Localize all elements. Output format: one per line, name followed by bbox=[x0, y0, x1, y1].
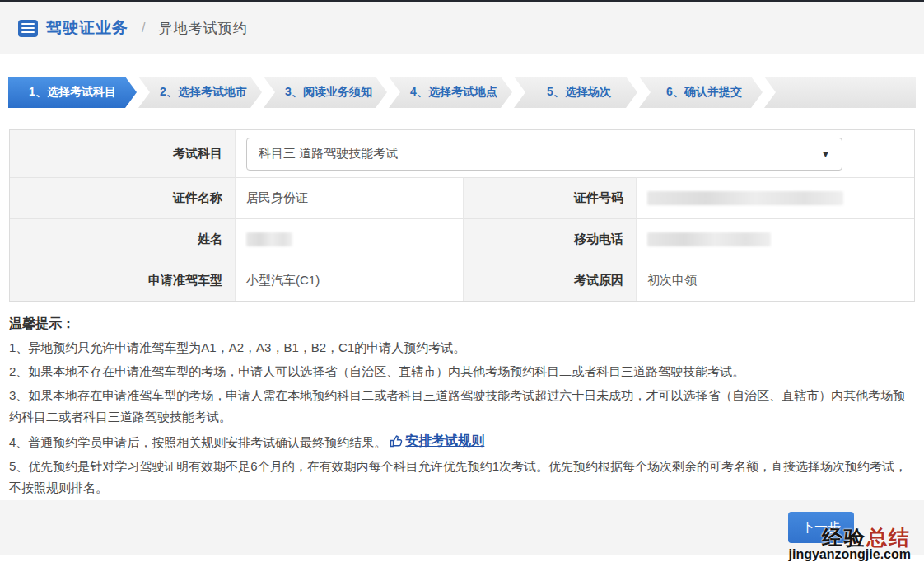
breadcrumb-current: 异地考试预约 bbox=[158, 19, 247, 38]
tab-step-6-confirm-submit[interactable]: 6、确认并提交 bbox=[639, 77, 763, 108]
tip-5: 5、优先预约是针对学习驾驶证明有效期不足6个月的，在有效期内每个科目允许优先预约… bbox=[9, 456, 915, 499]
exam-subject-selected-value: 科目三 道路驾驶技能考试 bbox=[259, 146, 398, 162]
redacted-name bbox=[246, 232, 292, 246]
id-number-label: 证件号码 bbox=[463, 177, 636, 218]
chevron-down-icon: ▼ bbox=[821, 149, 830, 159]
step-tabs: 1、选择考试科目 2、选择考试地市 3、阅读业务须知 4、选择考试地点 5、选择… bbox=[8, 77, 916, 108]
name-value bbox=[235, 218, 463, 260]
tips-section: 温馨提示： 1、异地预约只允许申请准驾车型为A1，A2，A3，B1，B2，C1的… bbox=[9, 313, 915, 499]
tip-2: 2、如果本地不存在申请准驾车型的考场，申请人可以选择省（自治区、直辖市）内其他考… bbox=[9, 361, 915, 382]
applicant-info-table: 考试科目 科目三 道路驾驶技能考试 ▼ 证件名称 居民身份证 证件号码 姓名 移… bbox=[9, 129, 915, 302]
exam-rules-link[interactable]: 安排考试规则 bbox=[390, 430, 484, 452]
exam-subject-label: 考试科目 bbox=[10, 130, 235, 177]
tip-3: 3、如果本地存在申请准驾车型的考场，申请人需在本地预约科目二或者科目三道路驾驶技… bbox=[9, 385, 915, 428]
tab-step-5-select-session[interactable]: 5、选择场次 bbox=[514, 77, 637, 108]
tab-step-2-select-city[interactable]: 2、选择考试地市 bbox=[138, 77, 262, 108]
id-type-label: 证件名称 bbox=[10, 177, 235, 218]
breadcrumb: 驾驶证业务 / 异地考试预约 bbox=[0, 2, 924, 54]
tip-4-text: 4、普通预约学员申请后，按照相关规则安排考试确认最终预约结果。 bbox=[9, 435, 386, 449]
id-number-value bbox=[636, 177, 914, 218]
exam-subject-select[interactable]: 科目三 道路驾驶技能考试 ▼ bbox=[246, 138, 842, 171]
tab-step-3-read-notice[interactable]: 3、阅读业务须知 bbox=[264, 77, 387, 108]
step-tabs-filler bbox=[764, 77, 916, 108]
tab-step-4-select-site[interactable]: 4、选择考试地点 bbox=[389, 77, 512, 108]
id-type-value: 居民身份证 bbox=[235, 177, 463, 218]
tip-1: 1、异地预约只允许申请准驾车型为A1，A2，A3，B1，B2，C1的申请人预约考… bbox=[9, 337, 915, 358]
mobile-value bbox=[636, 218, 914, 260]
tip-4: 4、普通预约学员申请后，按照相关规则安排考试确认最终预约结果。安排考试规则 bbox=[9, 430, 915, 453]
redacted-mobile bbox=[647, 232, 771, 246]
next-step-button[interactable]: 下一步 bbox=[788, 512, 854, 543]
tips-title: 温馨提示： bbox=[9, 313, 915, 335]
exam-subject-cell: 科目三 道路驾驶技能考试 ▼ bbox=[235, 130, 914, 177]
vehicle-type-label: 申请准驾车型 bbox=[10, 260, 235, 301]
footer-bar: 下一步 bbox=[0, 500, 924, 555]
redacted-id-number bbox=[647, 191, 843, 205]
breadcrumb-separator: / bbox=[142, 21, 145, 35]
list-icon bbox=[18, 20, 38, 37]
name-label: 姓名 bbox=[10, 218, 235, 260]
tab-step-1-select-subject[interactable]: 1、选择考试科目 bbox=[8, 77, 137, 108]
exam-reason-value: 初次申领 bbox=[636, 260, 914, 301]
mobile-label: 移动电话 bbox=[463, 218, 636, 260]
exam-rules-link-label: 安排考试规则 bbox=[405, 430, 484, 452]
thumbs-up-icon bbox=[390, 434, 404, 448]
breadcrumb-section[interactable]: 驾驶证业务 bbox=[46, 17, 128, 39]
vehicle-type-value: 小型汽车(C1) bbox=[235, 260, 463, 301]
exam-reason-label: 考试原因 bbox=[463, 260, 636, 301]
